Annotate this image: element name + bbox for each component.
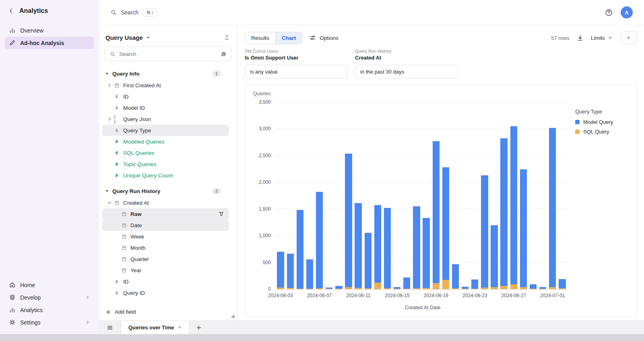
bar-2024-06-03[interactable] [277, 252, 284, 289]
bar-2024-06-07[interactable] [316, 192, 323, 289]
gridline [276, 155, 567, 156]
bar-2024-06-27[interactable] [510, 126, 517, 289]
field-panel-header: Query Usage [99, 25, 237, 47]
field-sql-queries[interactable]: #SQL Queries [102, 147, 229, 158]
field-first-created-at[interactable]: First Created At [102, 80, 229, 91]
field-model-id[interactable]: AModel ID [102, 102, 229, 113]
field-label: Raw [130, 211, 219, 217]
avatar[interactable]: A [621, 6, 633, 18]
field-query-json[interactable]: { }Query Json [102, 113, 229, 125]
sidebar-item-ad-hoc-analysis[interactable]: Ad-hoc Analysis [5, 37, 94, 49]
indent-spacer [114, 211, 120, 217]
field-week[interactable]: Week [102, 231, 229, 242]
calendar-icon [121, 268, 127, 273]
tab-chart[interactable]: Chart [275, 32, 302, 44]
bar-2024-06-15[interactable] [394, 287, 400, 289]
sidebar-item-settings[interactable]: Settings [5, 316, 94, 329]
field-query-type[interactable]: AQuery Type [102, 125, 229, 136]
bar-2024-07-02[interactable] [559, 279, 566, 289]
add-tab-button[interactable] [190, 321, 208, 334]
panel-resize-handle[interactable] [230, 313, 235, 319]
tab-results[interactable]: Results [245, 32, 275, 44]
field-section-header[interactable]: Query Info1 [99, 68, 237, 80]
field-query-id[interactable]: AQuery ID [102, 287, 229, 298]
field-section-header[interactable]: Query Run History3 [99, 185, 237, 197]
bar-2024-06-05[interactable] [297, 210, 303, 289]
legend-item-sql-query[interactable]: SQL Query [575, 129, 631, 135]
options-button[interactable]: Options [310, 35, 339, 41]
field-month[interactable]: Month [102, 242, 229, 253]
limits-button[interactable]: Limits [591, 35, 613, 41]
field-search-input[interactable] [119, 51, 217, 57]
bar-2024-06-09[interactable] [335, 286, 342, 289]
bar-2024-06-06[interactable] [306, 259, 313, 289]
bar-segment-sql-query [510, 284, 517, 289]
field-raw[interactable]: Raw [102, 208, 229, 220]
collapse-panel-icon[interactable] [224, 35, 230, 41]
run-query-button[interactable] [621, 31, 637, 44]
filter-group-label: Query Run History [355, 49, 458, 53]
bar-2024-06-19[interactable] [433, 141, 440, 289]
bar-2024-06-11[interactable] [355, 203, 361, 289]
bar-2024-06-26[interactable] [500, 138, 507, 289]
bar-2024-06-30[interactable] [539, 287, 546, 289]
filter-sliders-icon[interactable] [221, 51, 227, 57]
field-quarter[interactable]: Quarter [102, 253, 229, 265]
bar-2024-06-28[interactable] [520, 169, 527, 289]
field-id[interactable]: AID [102, 276, 229, 287]
field-modeled-queries[interactable]: #Modeled Queries [102, 136, 229, 147]
bar-segment-model-query [384, 208, 391, 288]
filter-value-input[interactable]: in the past 30 days [355, 65, 458, 78]
bar-segment-model-query [277, 252, 284, 288]
bar-2024-06-24[interactable] [481, 175, 488, 289]
bar-2024-06-16[interactable] [403, 277, 410, 289]
bar-segment-model-query [481, 175, 488, 288]
filter-value-input[interactable]: is any value [245, 65, 348, 78]
x-axis-tick-label: 2024-06-11 [346, 293, 371, 298]
field-year[interactable]: Year [102, 265, 229, 276]
legend-item-model-query[interactable]: Model Query [575, 119, 631, 125]
sidebar-item-home[interactable]: Home [5, 279, 94, 291]
bar-2024-06-04[interactable] [287, 254, 294, 289]
field-label: Query ID [123, 290, 229, 296]
bar-2024-06-10[interactable] [345, 154, 352, 289]
field-unique-query-count[interactable]: #Unique Query Count [102, 170, 229, 181]
bar-2024-06-21[interactable] [452, 264, 459, 289]
sidebar-header[interactable]: Analytics [5, 6, 94, 24]
tab-list-menu-button[interactable] [99, 321, 121, 334]
download-icon[interactable] [577, 35, 584, 41]
bar-2024-06-14[interactable] [384, 208, 391, 289]
tab-queries-over-time[interactable]: Queries over Time [121, 321, 190, 334]
bar-2024-06-22[interactable] [462, 287, 469, 289]
help-icon[interactable] [605, 9, 613, 16]
bar-segment-model-query [471, 279, 478, 289]
field-date[interactable]: Date [102, 220, 229, 231]
field-created-at[interactable]: Created At [102, 197, 229, 208]
bar-segment-sql-query [345, 287, 352, 289]
bar-2024-06-20[interactable] [442, 167, 449, 289]
bar-2024-06-13[interactable] [374, 205, 381, 289]
topic-picker[interactable]: Query Usage [105, 34, 151, 41]
caret-down-icon [105, 72, 109, 76]
x-axis-tick-label: 2024-06-27 [502, 293, 526, 298]
field-topic-queries[interactable]: #Topic Queries [102, 158, 229, 170]
sidebar-item-develop[interactable]: Develop [5, 291, 94, 304]
bar-2024-06-08[interactable] [326, 288, 332, 289]
bar-2024-06-18[interactable] [423, 218, 429, 289]
bar-2024-06-29[interactable] [530, 284, 537, 289]
chevron-down-icon [608, 35, 613, 40]
bar-2024-07-01[interactable] [549, 128, 556, 289]
sidebar-item-analytics[interactable]: Analytics [5, 304, 94, 316]
sidebar-item-overview[interactable]: Overview [5, 24, 94, 37]
bar-segment-model-query [491, 225, 497, 287]
bar-2024-06-12[interactable] [365, 233, 372, 289]
add-field-button[interactable]: Add field [99, 304, 237, 320]
bar-segment-sql-query [374, 283, 381, 289]
field-section-label: Query Info [112, 71, 140, 77]
field-id[interactable]: AID [102, 91, 229, 102]
bar-2024-06-23[interactable] [471, 279, 478, 289]
bar-2024-06-25[interactable] [491, 225, 497, 289]
bar-2024-06-17[interactable] [413, 206, 420, 289]
global-search[interactable]: Search ⌘ / [110, 8, 157, 16]
chevron-left-icon[interactable] [8, 8, 14, 14]
